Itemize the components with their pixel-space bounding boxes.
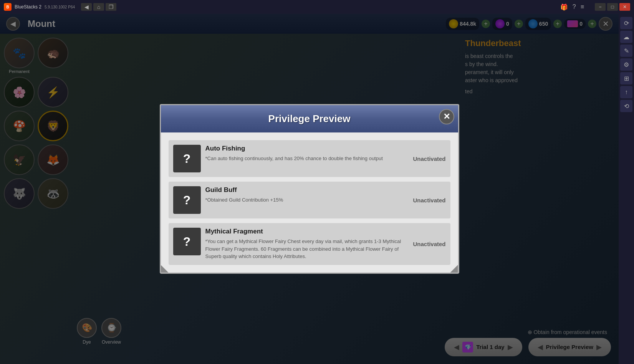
modal-header: Privilege Preview ✕ [161,105,458,132]
app-name: BlueStacks 2 [15,4,41,10]
sidebar-btn-1[interactable]: ⟳ [620,17,632,29]
mythical-fragment-desc: *You can get a Mythical Flower Fairy Che… [205,238,404,260]
titlebar: B BlueStacks 2 5.9.130.1002 P64 ◀ ⌂ ❐ 🎁 … [0,0,634,14]
menu-icon[interactable]: ≡ [581,3,584,11]
auto-fishing-info: Auto Fishing *Can auto fishing continuou… [205,145,404,162]
mythical-fragment-status: Unactivated [408,241,445,247]
modal-title: Privilege Preview [268,113,351,124]
sidebar-btn-6[interactable]: ↑ [620,86,632,98]
right-sidebar: ⟳ ☁ ✎ ⚙ ⊞ ↑ ⟲ [619,14,634,364]
modal-overlay[interactable]: Privilege Preview ✕ ? Auto Fishing *Can … [0,14,619,364]
titlebar-home-btn[interactable]: ⌂ [93,3,104,11]
privilege-mythical-fragment: ? Mythical Fragment *You can get a Mythi… [169,223,450,265]
modal-close-btn[interactable]: ✕ [439,109,454,124]
window-controls: − □ ✕ [595,3,630,11]
privilege-guild-buff: ? Guild Buff *Obtained Guild Contributio… [169,182,450,218]
sidebar-btn-7[interactable]: ⟲ [620,100,632,112]
app-version: 5.9.130.1002 P64 [45,5,75,9]
titlebar-back-btn[interactable]: ◀ [81,3,92,11]
modal-body: ? Auto Fishing *Can auto fishing continu… [161,132,458,273]
auto-fishing-name: Auto Fishing [205,145,404,152]
guild-buff-info: Guild Buff *Obtained Guild Contribution … [205,186,404,204]
guild-buff-name: Guild Buff [205,186,404,194]
privilege-preview-modal: Privilege Preview ✕ ? Auto Fishing *Can … [160,104,459,274]
window-close-btn[interactable]: ✕ [619,3,630,11]
mythical-fragment-icon: ? [173,228,201,255]
titlebar-icons: 🎁 ? ≡ [560,3,584,11]
titlebar-copy-btn[interactable]: ❐ [106,3,116,11]
sidebar-btn-4[interactable]: ⚙ [620,58,632,71]
sidebar-btn-5[interactable]: ⊞ [620,72,632,84]
mythical-fragment-name: Mythical Fragment [205,228,404,235]
gift-icon[interactable]: 🎁 [560,3,568,11]
maximize-btn[interactable]: □ [607,3,618,11]
sidebar-btn-3[interactable]: ✎ [620,45,632,57]
auto-fishing-desc: *Can auto fishing continuously, and has … [205,155,404,162]
guild-buff-icon: ? [173,186,201,214]
app-logo: B [4,3,12,11]
titlebar-nav: ◀ ⌂ ❐ [81,3,116,11]
minimize-btn[interactable]: − [595,3,606,11]
sidebar-btn-2[interactable]: ☁ [620,31,632,43]
privilege-auto-fishing: ? Auto Fishing *Can auto fishing continu… [169,140,450,177]
auto-fishing-icon: ? [173,145,201,172]
auto-fishing-status: Unactivated [408,156,445,162]
help-icon[interactable]: ? [573,3,576,11]
guild-buff-desc: *Obtained Guild Contribution +15% [205,196,404,204]
guild-buff-status: Unactivated [408,197,445,204]
mythical-fragment-info: Mythical Fragment *You can get a Mythica… [205,228,404,260]
